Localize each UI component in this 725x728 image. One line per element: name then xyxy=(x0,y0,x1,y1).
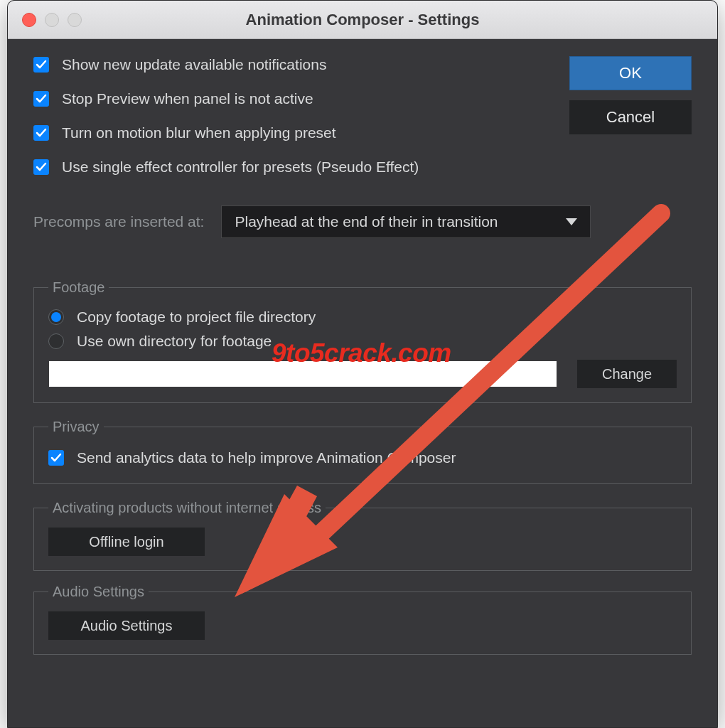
minimize-window-button[interactable] xyxy=(45,13,59,27)
titlebar: Animation Composer - Settings xyxy=(8,1,717,39)
privacy-fieldset: Privacy Send analytics data to help impr… xyxy=(33,419,692,484)
settings-window: Animation Composer - Settings Show new u… xyxy=(7,0,718,728)
cancel-button[interactable]: Cancel xyxy=(569,100,692,134)
audio-legend: Audio Settings xyxy=(48,584,149,600)
offline-login-button[interactable]: Offline login xyxy=(48,528,205,556)
privacy-legend: Privacy xyxy=(48,419,104,435)
label-analytics: Send analytics data to help improve Anim… xyxy=(77,449,456,466)
label-copy-footage: Copy footage to project file directory xyxy=(77,309,316,326)
activation-legend: Activating products without internet acc… xyxy=(48,500,326,516)
label-motion-blur: Turn on motion blur when applying preset xyxy=(62,124,336,141)
activation-fieldset: Activating products without internet acc… xyxy=(33,500,692,571)
checkbox-update-notifications[interactable] xyxy=(33,57,49,73)
zoom-window-button[interactable] xyxy=(68,13,82,27)
audio-settings-button[interactable]: Audio Settings xyxy=(48,611,205,640)
label-own-directory: Use own directory for footage xyxy=(77,333,272,350)
label-pseudo-effect: Use single effect controller for presets… xyxy=(62,159,419,176)
footage-fieldset: Footage Copy footage to project file dir… xyxy=(33,279,692,403)
precomps-dropdown[interactable]: Playhead at the end of their in transiti… xyxy=(221,205,591,238)
audio-fieldset: Audio Settings Audio Settings xyxy=(33,584,692,655)
settings-body: Show new update available notifications … xyxy=(8,39,717,727)
change-button[interactable]: Change xyxy=(577,360,677,388)
radio-own-directory[interactable] xyxy=(48,333,64,349)
radio-copy-footage[interactable] xyxy=(48,309,64,325)
precomps-label: Precomps are inserted at: xyxy=(33,213,204,230)
chevron-down-icon xyxy=(566,218,577,225)
ok-button[interactable]: OK xyxy=(569,56,692,90)
checkbox-stop-preview[interactable] xyxy=(33,91,49,107)
footage-path-input[interactable] xyxy=(48,360,557,387)
close-window-button[interactable] xyxy=(22,13,36,27)
traffic-lights xyxy=(22,13,82,27)
checkbox-pseudo-effect[interactable] xyxy=(33,159,49,175)
label-update-notifications: Show new update available notifications xyxy=(62,56,326,73)
checkbox-analytics[interactable] xyxy=(48,450,64,466)
footage-legend: Footage xyxy=(48,279,109,296)
label-stop-preview: Stop Preview when panel is not active xyxy=(62,90,313,107)
precomps-selected: Playhead at the end of their in transiti… xyxy=(235,213,498,230)
checkbox-motion-blur[interactable] xyxy=(33,125,49,141)
window-title: Animation Composer - Settings xyxy=(8,11,717,29)
